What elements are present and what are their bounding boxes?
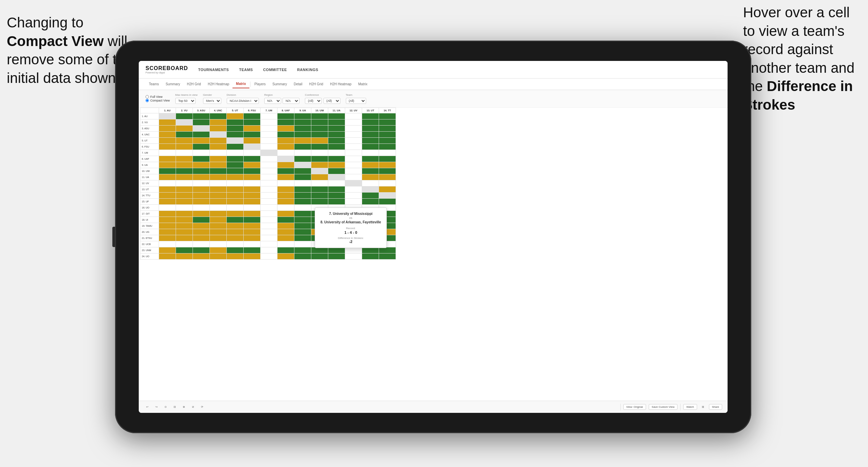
matrix-cell-14-8[interactable] <box>294 199 311 205</box>
matrix-cell-4-11[interactable] <box>345 138 362 144</box>
matrix-cell-18-4[interactable] <box>227 223 244 229</box>
matrix-cell-11-2[interactable] <box>193 180 210 186</box>
matrix-cell-4-6[interactable] <box>261 138 277 144</box>
matrix-cell-5-3[interactable] <box>210 144 227 150</box>
matrix-cell-0-3[interactable] <box>210 113 227 119</box>
matrix-cell-9-8[interactable] <box>294 168 311 174</box>
matrix-cell-23-9[interactable] <box>311 253 328 260</box>
matrix-cell-1-4[interactable] <box>227 119 244 126</box>
matrix-cell-5-5[interactable] <box>244 144 261 150</box>
toolbar-btn-4[interactable]: ⊟ <box>172 404 178 409</box>
matrix-cell-4-9[interactable] <box>311 138 328 144</box>
matrix-cell-13-12[interactable] <box>362 193 379 199</box>
matrix-cell-6-0[interactable] <box>159 150 176 156</box>
matrix-cell-9-7[interactable] <box>277 168 294 174</box>
max-teams-select[interactable]: Top 50 <box>175 98 196 104</box>
matrix-cell-9-2[interactable] <box>193 168 210 174</box>
subnav-h2h-grid-2[interactable]: H2H Grid <box>306 80 327 88</box>
matrix-cell-6-10[interactable] <box>328 150 345 156</box>
matrix-cell-12-8[interactable] <box>294 186 311 193</box>
matrix-cell-7-10[interactable] <box>328 156 345 162</box>
matrix-cell-3-2[interactable] <box>193 132 210 138</box>
full-view-input[interactable] <box>146 95 149 98</box>
subnav-h2h-heatmap-2[interactable]: H2H Heatmap <box>327 80 355 88</box>
matrix-cell-16-8[interactable] <box>294 211 311 217</box>
matrix-cell-20-1[interactable] <box>176 235 193 241</box>
matrix-cell-14-1[interactable] <box>176 199 193 205</box>
matrix-cell-12-7[interactable] <box>277 186 294 193</box>
matrix-cell-11-1[interactable] <box>176 180 193 186</box>
matrix-cell-6-2[interactable] <box>193 150 210 156</box>
nav-rankings[interactable]: RANKINGS <box>297 66 318 73</box>
matrix-cell-4-5[interactable] <box>244 138 261 144</box>
matrix-cell-21-3[interactable] <box>210 241 227 247</box>
matrix-cell-8-13[interactable] <box>379 162 396 168</box>
matrix-cell-22-13[interactable] <box>379 247 396 253</box>
matrix-cell-17-7[interactable] <box>277 217 294 223</box>
view-original-button[interactable]: View: Original <box>623 404 646 410</box>
matrix-cell-23-3[interactable] <box>210 253 227 260</box>
matrix-cell-2-11[interactable] <box>345 126 362 132</box>
matrix-cell-14-3[interactable] <box>210 199 227 205</box>
matrix-cell-22-9[interactable] <box>311 247 328 253</box>
matrix-cell-20-7[interactable] <box>277 235 294 241</box>
matrix-cell-8-3[interactable] <box>210 162 227 168</box>
matrix-cell-12-10[interactable] <box>328 186 345 193</box>
matrix-cell-10-9[interactable] <box>311 174 328 180</box>
subnav-h2h-heatmap-1[interactable]: H2H Heatmap <box>204 80 232 88</box>
matrix-cell-18-6[interactable] <box>261 223 277 229</box>
matrix-cell-1-0[interactable] <box>159 119 176 126</box>
matrix-cell-10-2[interactable] <box>193 174 210 180</box>
matrix-cell-8-8[interactable] <box>294 162 311 168</box>
matrix-cell-20-6[interactable] <box>261 235 277 241</box>
matrix-cell-0-5[interactable] <box>244 113 261 119</box>
matrix-cell-17-0[interactable] <box>159 217 176 223</box>
subnav-h2h-grid-1[interactable]: H2H Grid <box>183 80 204 88</box>
matrix-cell-9-6[interactable] <box>261 168 277 174</box>
matrix-cell-21-1[interactable] <box>176 241 193 247</box>
matrix-cell-7-1[interactable] <box>176 156 193 162</box>
matrix-cell-17-1[interactable] <box>176 217 193 223</box>
matrix-cell-7-5[interactable] <box>244 156 261 162</box>
matrix-cell-8-6[interactable] <box>261 162 277 168</box>
matrix-cell-0-8[interactable] <box>294 113 311 119</box>
matrix-cell-7-4[interactable] <box>227 156 244 162</box>
matrix-cell-18-5[interactable] <box>244 223 261 229</box>
matrix-cell-6-8[interactable] <box>294 150 311 156</box>
matrix-cell-4-12[interactable] <box>362 138 379 144</box>
matrix-cell-13-2[interactable] <box>193 193 210 199</box>
matrix-cell-9-13[interactable] <box>379 168 396 174</box>
matrix-cell-19-8[interactable] <box>294 229 311 235</box>
matrix-cell-21-4[interactable] <box>227 241 244 247</box>
matrix-cell-13-4[interactable] <box>227 193 244 199</box>
matrix-cell-13-7[interactable] <box>277 193 294 199</box>
save-custom-view-button[interactable]: Save Custom View <box>649 404 677 410</box>
matrix-cell-1-12[interactable] <box>362 119 379 126</box>
matrix-cell-10-4[interactable] <box>227 174 244 180</box>
matrix-cell-10-12[interactable] <box>362 174 379 180</box>
toolbar-btn-5[interactable]: ⊕ <box>181 404 187 409</box>
subnav-matrix-2[interactable]: Matrix <box>355 80 371 88</box>
matrix-cell-13-0[interactable] <box>159 193 176 199</box>
matrix-cell-20-3[interactable] <box>210 235 227 241</box>
matrix-cell-15-8[interactable] <box>294 205 311 211</box>
matrix-cell-5-9[interactable] <box>311 144 328 150</box>
matrix-cell-16-5[interactable] <box>244 211 261 217</box>
matrix-cell-14-13[interactable] <box>379 199 396 205</box>
matrix-cell-15-0[interactable] <box>159 205 176 211</box>
matrix-cell-1-6[interactable] <box>261 119 277 126</box>
matrix-cell-0-7[interactable] <box>277 113 294 119</box>
toolbar-icon-btn[interactable]: ⊞ <box>700 404 706 409</box>
matrix-cell-22-3[interactable] <box>210 247 227 253</box>
matrix-cell-14-5[interactable] <box>244 199 261 205</box>
matrix-cell-6-12[interactable] <box>362 150 379 156</box>
matrix-cell-10-1[interactable] <box>176 174 193 180</box>
matrix-cell-14-0[interactable] <box>159 199 176 205</box>
matrix-cell-22-11[interactable] <box>345 247 362 253</box>
matrix-cell-12-3[interactable] <box>210 186 227 193</box>
matrix-cell-1-8[interactable] <box>294 119 311 126</box>
matrix-cell-17-6[interactable] <box>261 217 277 223</box>
matrix-cell-4-0[interactable] <box>159 138 176 144</box>
matrix-cell-21-8[interactable] <box>294 241 311 247</box>
matrix-cell-1-9[interactable] <box>311 119 328 126</box>
